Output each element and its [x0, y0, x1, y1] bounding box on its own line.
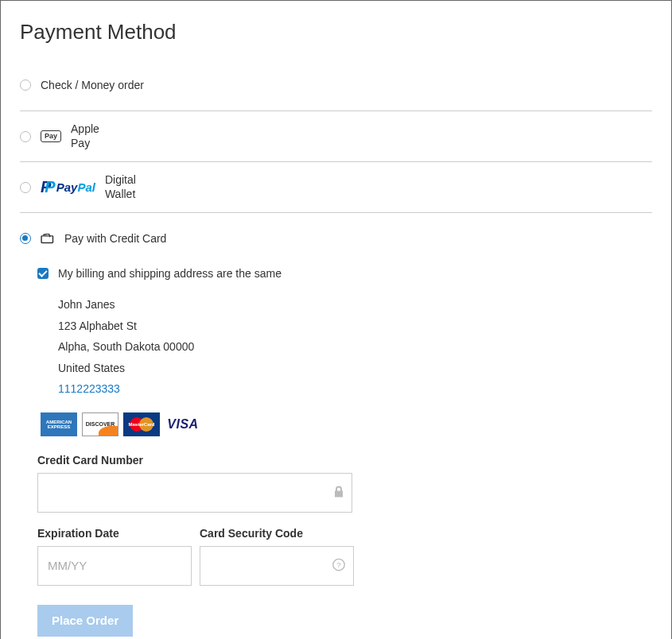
radio-credit-card[interactable] [20, 233, 31, 244]
lock-icon [333, 485, 344, 500]
same-address-label: My billing and shipping address are the … [58, 267, 282, 280]
svg-rect-0 [41, 235, 52, 242]
cc-number-group: Credit Card Number [37, 454, 652, 513]
exp-csc-row: Expiration Date Card Security Code ? [37, 527, 652, 600]
address-name: John Janes [58, 294, 652, 316]
csc-label: Card Security Code [200, 527, 354, 540]
csc-input[interactable] [200, 546, 354, 586]
exp-input[interactable] [37, 546, 192, 586]
mastercard-icon: MasterCard [123, 412, 160, 436]
credit-card-expanded-section: My billing and shipping address are the … [20, 258, 652, 637]
radio-digital-wallet[interactable] [20, 182, 31, 193]
checkbox-same-address[interactable] [37, 268, 49, 279]
visa-icon: VISA [165, 412, 201, 436]
cc-number-input[interactable] [37, 473, 352, 513]
page-title: Payment Method [20, 20, 652, 45]
radio-check-money-order[interactable] [20, 79, 31, 91]
exp-label: Expiration Date [37, 527, 192, 540]
method-label-credit-card: Pay with Credit Card [64, 232, 166, 245]
exp-group: Expiration Date [37, 527, 192, 586]
radio-applepay[interactable] [20, 131, 31, 142]
method-label-applepay: Apple Pay [71, 122, 99, 150]
billing-address-block: John Janes 123 Alphabet St Alpha, South … [37, 294, 652, 400]
method-row-digital-wallet[interactable]: PP PayPal Digital Wallet [20, 162, 652, 213]
help-icon[interactable]: ? [332, 557, 346, 574]
same-address-row[interactable]: My billing and shipping address are the … [37, 267, 652, 280]
method-label-digital-wallet: Digital Wallet [105, 173, 136, 201]
csc-group: Card Security Code ? [200, 527, 354, 586]
payment-method-panel: Payment Method Check / Money order Pay A… [0, 0, 672, 639]
credit-card-icon [41, 234, 55, 244]
method-row-credit-card[interactable]: Pay with Credit Card [20, 213, 652, 258]
address-city-line: Alpha, South Dakota 00000 [58, 336, 652, 358]
address-phone: 1112223333 [58, 378, 652, 400]
card-brand-logos: AMERICAN EXPRESS DISCOVER MasterCard VIS… [37, 412, 652, 436]
paypal-icon: PP PayPal [41, 178, 95, 196]
discover-icon: DISCOVER [82, 412, 118, 436]
place-order-button[interactable]: Place Order [37, 605, 133, 637]
applepay-badge-icon: Pay [41, 130, 61, 142]
method-label-check: Check / Money order [41, 79, 144, 91]
address-street: 123 Alphabet St [58, 316, 652, 337]
svg-text:?: ? [336, 560, 341, 569]
method-row-applepay[interactable]: Pay Apple Pay [20, 111, 652, 162]
amex-icon: AMERICAN EXPRESS [41, 412, 77, 436]
address-country: United States [58, 358, 652, 379]
method-row-check[interactable]: Check / Money order [20, 67, 652, 111]
cc-number-label: Credit Card Number [37, 454, 652, 467]
